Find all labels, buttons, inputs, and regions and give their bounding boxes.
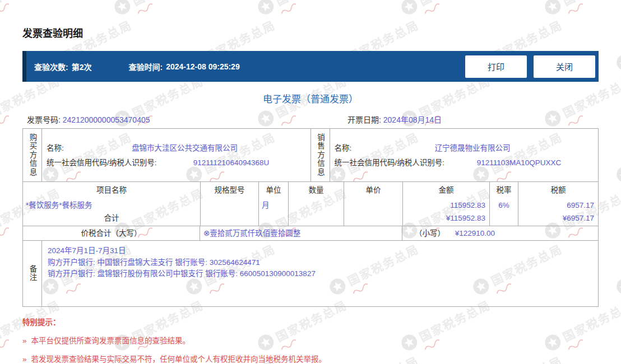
items-table: 项目名称 *餐饮服务*餐标服务 合计 规格型号 单位 月 数量 (23, 182, 598, 226)
column-quantity: 数量 (288, 182, 344, 226)
column-header: 金额 (403, 182, 489, 199)
check-count-value: 第2次 (72, 61, 92, 72)
seller-info: 名称: 辽宁德晟物业有限公司 统一社会信用代码/纳税人识别号: 91211103… (330, 129, 599, 181)
column-unit-price: 单价 (344, 182, 402, 226)
red-seal-mark (0, 225, 13, 240)
invoice-meta-row: 发票号码: 24212000000053470405 开票日期: 2024年08… (22, 113, 599, 126)
tax-amount-cell: 6957.17 (518, 199, 598, 213)
quantity-cell (289, 199, 344, 213)
parties-row: 购买方信息 名称: 盘锦市大洼区公共交通有限公司 统一社会信用代码/纳税人识别号… (23, 129, 598, 182)
grand-total-figures: （小写） ¥122910.00 (402, 226, 598, 240)
column-header: 税率 (490, 182, 518, 199)
seller-name-label: 名称: (335, 141, 352, 156)
column-header: 税额 (518, 182, 598, 199)
seller-taxid-label: 统一社会信用代码/纳税人识别号: (335, 156, 445, 170)
invoice-date-value: 2024年08月14日 (383, 115, 442, 124)
buyer-name-value: 盘锦市大洼区公共交通有限公司 (132, 144, 238, 152)
check-time-value: 2024-12-08 09:25:29 (166, 62, 240, 71)
grand-total-row: 价税合计（大写） ⊗壹拾贰万贰仟玖佰壹拾圆整 （小写） ¥122910.00 (23, 226, 598, 241)
remark-line: 购方开户银行: 中国银行盘锦大洼支行 银行账号: 302564624471 (48, 257, 592, 269)
tax-emblem-icon (613, 52, 621, 74)
unit-price-cell (344, 199, 402, 213)
total-tax-cell: ¥6957.17 (518, 213, 598, 226)
page-title: 发票查验明细 (22, 0, 599, 40)
remark-line: 销方开户银行: 盘锦银行股份有限公司中银支行 银行账号: 66005013090… (48, 268, 592, 280)
buyer-taxid-value: 91211121064094368U (193, 158, 269, 167)
column-tax-rate: 税率 6% (489, 182, 518, 226)
buyer-taxid-label: 统一社会信用代码/纳税人识别号: (47, 156, 157, 170)
tax-bureau-watermark: 国家税务总局 (613, 128, 621, 185)
invoice-date: 开票日期: 2024年08月14日 (347, 114, 599, 125)
tax-emblem-icon (613, 276, 621, 298)
toolbar: 查验次数: 第2次 查验时间: 2024-12-08 09:25:29 打印 关… (22, 51, 599, 82)
total-amount-cell: ¥115952.83 (403, 213, 489, 226)
buyer-name-label: 名称: (47, 141, 64, 156)
toolbar-buttons: 打印 关闭 (465, 55, 599, 78)
grand-total-figures-value: ¥122910.00 (455, 229, 495, 237)
notice-bullet: » (22, 355, 27, 363)
tax-emblem-icon (613, 164, 621, 186)
check-time-label: 查验时间: (128, 61, 163, 72)
column-amount: 金额 115952.83 ¥115952.83 (402, 182, 489, 226)
buyer-info: 名称: 盘锦市大洼区公共交通有限公司 统一社会信用代码/纳税人识别号: 9121… (42, 129, 311, 181)
seller-side-label: 销售方信息 (311, 129, 330, 181)
red-seal-mark (0, 113, 13, 128)
notice-text: 本平台仅提供所查询发票票面信息的查验结果。 (31, 337, 191, 345)
remark-line: 2024年7月1日-7月31日 (48, 245, 592, 257)
column-unit: 单位 月 (258, 182, 288, 226)
seller-name-value: 辽宁德晟物业有限公司 (435, 144, 511, 152)
verification-info: 查验次数: 第2次 查验时间: 2024-12-08 09:25:29 (26, 61, 240, 72)
tax-bureau-watermark: 国家税务总局 (613, 240, 621, 297)
column-item-name: 项目名称 *餐饮服务*餐标服务 合计 (23, 182, 200, 226)
invoice-date-label: 开票日期: (347, 115, 381, 124)
invoice-verification-page: 国家税务总局 国家税务总局 国家税务总局 国家税务总局 (0, 0, 621, 364)
column-header: 项目名称 (23, 182, 200, 199)
invoice-number-value: 24212000000053470405 (63, 115, 150, 124)
invoice-table: 购买方信息 名称: 盘锦市大洼区公共交通有限公司 统一社会信用代码/纳税人识别号… (22, 128, 599, 307)
notice-line: »本平台仅提供所查询发票票面信息的查验结果。 (22, 334, 599, 346)
column-spec: 规格型号 (200, 182, 258, 226)
close-button[interactable]: 关闭 (534, 55, 595, 78)
seller-taxid-value: 91211103MA10QPUXXC (477, 158, 561, 167)
print-button[interactable]: 打印 (465, 55, 527, 78)
special-notice: 特别提示： »本平台仅提供所查询发票票面信息的查验结果。 »若发现发票查验结果与… (22, 316, 599, 364)
column-header: 单价 (344, 182, 402, 199)
grand-total-words-label: 价税合计（大写） (23, 226, 200, 240)
check-count-label: 查验次数: (34, 61, 68, 72)
notice-line: »若发现发票查验结果与实际交易不符，任何单位或个人有权拒收并向当地税务机关举报。 (22, 353, 599, 364)
tax-bureau-watermark: 国家税务总局 (613, 16, 621, 73)
notice-title: 特别提示： (22, 316, 599, 327)
column-tax-amount: 税额 6957.17 ¥6957.17 (518, 182, 598, 226)
grand-total-figures-label: （小写） (415, 229, 445, 237)
unit-cell: 月 (259, 199, 288, 213)
invoice-number-label: 发票号码: (27, 115, 61, 124)
column-header: 单位 (259, 182, 288, 199)
spec-cell (201, 199, 258, 213)
column-header: 数量 (289, 182, 344, 199)
notice-text: 若发现发票查验结果与实际交易不符，任何单位或个人有权拒收并向当地税务机关举报。 (31, 355, 327, 363)
red-seal-mark (0, 1, 13, 16)
total-label: 合计 (23, 213, 200, 226)
amount-cell: 115952.83 (403, 199, 489, 213)
grand-total-words-value: ⊗壹拾贰万贰仟玖佰壹拾圆整 (200, 226, 402, 240)
column-header: 规格型号 (201, 182, 258, 199)
invoice-type-title: 电子发票（普通发票） (22, 91, 599, 105)
notice-bullet: » (22, 337, 27, 345)
remarks-row: 备注 2024年7月1日-7月31日 购方开户银行: 中国银行盘锦大洼支行 银行… (23, 241, 598, 306)
invoice-number: 发票号码: 24212000000053470405 (22, 114, 347, 125)
item-name-cell: *餐饮服务*餐标服务 (23, 199, 200, 213)
buyer-side-label: 购买方信息 (23, 129, 42, 181)
tax-rate-cell: 6% (490, 199, 518, 213)
tax-bureau-watermark: 国家税务总局 (613, 352, 621, 364)
red-seal-mark (0, 337, 13, 352)
remarks-side-label: 备注 (23, 241, 42, 306)
remarks-content: 2024年7月1日-7月31日 购方开户银行: 中国银行盘锦大洼支行 银行账号:… (42, 241, 598, 306)
